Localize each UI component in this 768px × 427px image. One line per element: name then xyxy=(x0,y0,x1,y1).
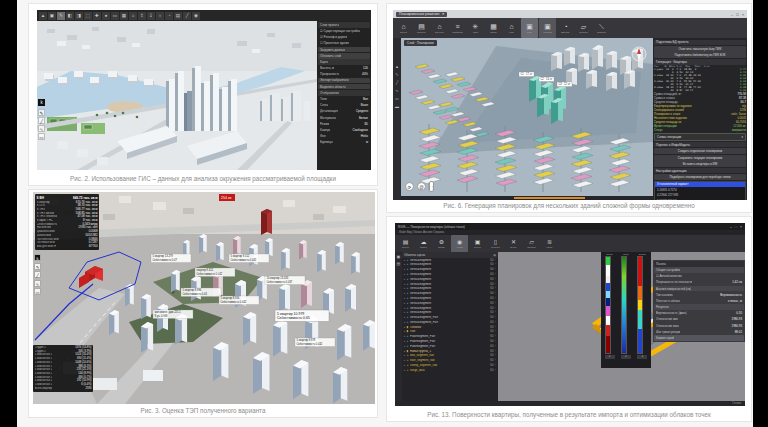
tree-row[interactable]: ▸ ● VerticalSegment 60 › xyxy=(402,277,498,282)
gis-3d-viewport[interactable]: k ✎╱∿▭ xyxy=(37,21,317,170)
planner-tool-button[interactable]: ⌂ ТЭП xyxy=(503,18,520,38)
tree-row[interactable]: ▸ ● VerticalSegment 60 › xyxy=(402,306,498,311)
side-tool-icon[interactable]: ▭ xyxy=(395,96,399,101)
gis-tool-icon[interactable]: ◔ xyxy=(165,12,173,20)
side-tool-icon[interactable]: ▲ xyxy=(395,64,399,69)
gis-tool-icon[interactable]: ▤ xyxy=(174,12,182,20)
draw-tool-icon[interactable]: k xyxy=(34,254,41,261)
chevron-right-icon[interactable]: ▸ xyxy=(404,278,405,281)
gis-tool-icon[interactable]: ▦ xyxy=(120,12,128,20)
gis-tool-icon[interactable]: ▲ xyxy=(39,12,47,20)
transfer-button[interactable]: Сохранить текущие планировки xyxy=(654,155,746,161)
apartment-tool-button[interactable]: ▤ Проект xyxy=(397,235,414,252)
gis-tool-icon[interactable]: ⌂ xyxy=(129,12,137,20)
chevron-right-icon[interactable]: ▸ xyxy=(404,359,405,362)
chevron-right-icon[interactable]: ▸ xyxy=(404,326,405,329)
gis-panel-row[interactable]: Выделить область xyxy=(318,84,370,90)
db-button[interactable]: Подготовить библиотеку из ПИК БЗК xyxy=(654,52,746,58)
chevron-right-icon[interactable]: ▸ xyxy=(404,340,405,343)
tree-row[interactable]: ▸ ▮ Новая группа_1 60 › xyxy=(402,349,498,354)
property-row[interactable]: Плотность облака к плоск., м xyxy=(654,298,744,304)
chevron-right-icon[interactable]: ▸ xyxy=(404,335,405,338)
property-row[interactable]: Тип анализа Вертикальность xyxy=(654,292,744,298)
tree-row[interactable]: ▸ ● VerticalSegment 60 › xyxy=(402,301,498,306)
side-tool-icon[interactable]: ∿ xyxy=(395,88,398,93)
tree-row[interactable]: ▸ ● FloorSegment_Part 60 › xyxy=(402,335,498,340)
gis-tool-icon[interactable]: ⌖ xyxy=(156,12,164,20)
chevron-right-icon[interactable]: ▸ xyxy=(404,311,405,314)
gis-panel-row[interactable]: Камера Свободная xyxy=(318,127,370,133)
tree-row[interactable]: ▸ ● VerticalSegment 60 › xyxy=(402,263,498,268)
draw-tool-icon[interactable]: ╱ xyxy=(34,271,41,278)
scrollbar-thumb[interactable] xyxy=(514,197,585,199)
compass-icon[interactable] xyxy=(632,47,646,61)
chevron-right-icon[interactable]: ▸ xyxy=(404,297,405,300)
gis-side-tool-icon[interactable]: ▭ xyxy=(38,133,45,140)
chevron-right-icon[interactable]: ▸ xyxy=(404,364,405,367)
gis-tool-icon[interactable]: ✚ xyxy=(93,12,101,20)
gis-panel-row[interactable]: Сетка Выкл xyxy=(318,102,370,108)
transfer-button[interactable]: Вставить квартиры в ИМ xyxy=(654,161,746,167)
intensity-gradient-bar[interactable] xyxy=(621,256,627,354)
panel-toggle-icon[interactable]: ▣ xyxy=(397,254,401,259)
tree-row[interactable]: ▸ ● FloorSegment_Part 60 › xyxy=(402,339,498,344)
gis-panel-row[interactable]: Слои проекта xyxy=(318,22,370,28)
apartment-tool-button[interactable]: ☁ Облако xyxy=(415,235,432,252)
apartment-tool-button[interactable]: ≋ Настр. xyxy=(541,235,558,252)
tree-row[interactable]: ▸ ▮ Пол 60 › xyxy=(402,330,498,335)
gis-panel-row[interactable]: Материалы Белые xyxy=(318,115,370,121)
tree-row[interactable]: ▸ ● range_data 60 › xyxy=(402,368,498,373)
side-tool-icon[interactable]: ✎ xyxy=(395,72,398,77)
maximize-button[interactable]: □ xyxy=(735,225,737,229)
gis-tool-icon[interactable]: ▭ xyxy=(111,12,119,20)
density-gradient-bar[interactable] xyxy=(637,256,643,354)
tree-row[interactable]: ▸ ● ceiling_segment_raw 60 › xyxy=(402,363,498,368)
close-button[interactable]: × xyxy=(742,12,744,17)
property-row[interactable]: Вертикальность (фикс) 0.35 xyxy=(654,311,744,317)
chevron-right-icon[interactable]: ▸ xyxy=(404,259,405,262)
chevron-right-icon[interactable]: ▸ xyxy=(404,354,405,357)
gis-panel-row[interactable]: Фон Небо xyxy=(318,133,370,139)
planner-tool-button[interactable]: ◔ Визуал. xyxy=(557,18,574,38)
planner-tool-button[interactable]: ≡ Свойства xyxy=(449,18,466,38)
gis-tool-icon[interactable]: ╱ xyxy=(183,12,191,20)
db-button[interactable]: Очистить локальную базу ПИК xyxy=(654,46,746,52)
chevron-right-icon[interactable]: ▸ xyxy=(404,268,405,271)
gis-tool-icon[interactable]: ● xyxy=(102,12,110,20)
planner-tool-button[interactable]: ⌂ Объекты xyxy=(431,18,448,38)
apartment-tool-button[interactable]: ⚙ Парам. xyxy=(433,235,450,252)
chevron-right-icon[interactable]: ▸ xyxy=(404,263,405,266)
refresh-button[interactable]: ⟳ xyxy=(405,182,414,191)
tree-row[interactable]: ▸ ● VerticalSegment 60 › xyxy=(402,268,498,273)
planner-tool-button[interactable]: ✳ Свет xyxy=(467,18,484,38)
draw-tool-icon[interactable]: ∿ xyxy=(34,280,41,287)
minimize-button[interactable]: – xyxy=(731,12,733,17)
apartment-tool-button[interactable]: ▱ Экспорт xyxy=(523,235,540,252)
gis-panel-row[interactable]: Карта xyxy=(318,59,370,65)
gis-panel-row[interactable]: Детализация Средняя xyxy=(318,109,370,115)
chevron-right-icon[interactable]: ▸ xyxy=(404,292,405,295)
gis-panel-row[interactable]: Отображение xyxy=(318,90,370,96)
chevron-right-icon[interactable]: ▸ xyxy=(404,330,405,333)
variant-item[interactable]: 5.99632 859.52 xyxy=(655,198,745,200)
planner-tool-button[interactable]: ▱ Экспорт xyxy=(575,18,592,38)
filter-icon[interactable]: ▥ xyxy=(493,253,496,257)
tree-row[interactable]: ▸ ● VerticalSegment 60 › xyxy=(402,287,498,292)
gis-side-tool-icon[interactable]: ╱ xyxy=(38,117,45,124)
legend-collapse-button[interactable]: ▾ xyxy=(621,355,631,359)
tree-row[interactable]: ▸ ● wall_segment_raw 60 › xyxy=(402,354,498,359)
tree-row[interactable]: ▸ ● VerticalSegment 60 › xyxy=(402,272,498,277)
close-button[interactable]: × xyxy=(740,225,742,229)
gis-panel-row[interactable]: ☐ Проектные здания xyxy=(318,41,370,47)
chevron-right-icon[interactable]: ▸ xyxy=(404,287,405,290)
apartment-tool-button[interactable]: ▯ Очистка xyxy=(487,235,504,252)
property-row[interactable]: Отклонение макс 1980.93 xyxy=(654,323,744,329)
chevron-right-icon[interactable]: ▸ xyxy=(404,345,405,348)
chevron-right-icon[interactable]: ▸ xyxy=(404,369,405,372)
tree-row[interactable]: ▸ ▮ Потолок 60 › xyxy=(402,325,498,330)
draw-tool-icon[interactable]: ▭ xyxy=(34,288,41,295)
planner-tool-button[interactable]: ▤ Открыть xyxy=(413,18,430,38)
property-row[interactable]: Результат xyxy=(654,304,744,310)
gis-tool-icon[interactable]: ↧ xyxy=(147,12,155,20)
maximize-button[interactable]: □ xyxy=(736,12,738,17)
